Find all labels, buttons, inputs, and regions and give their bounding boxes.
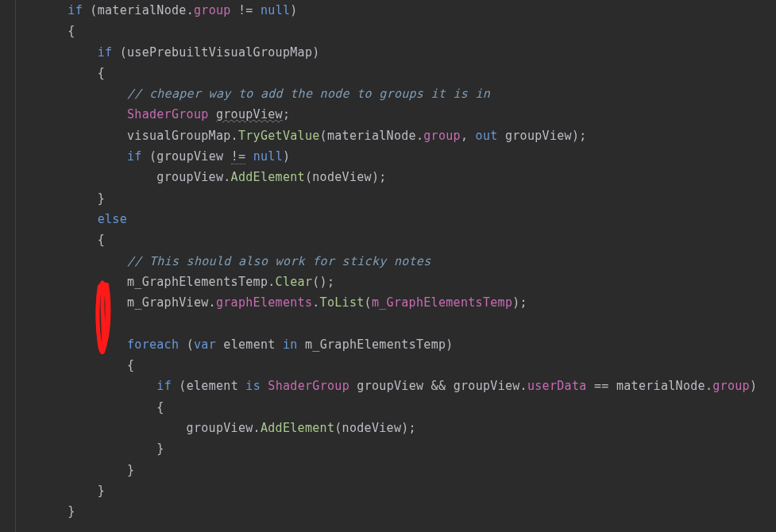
keyword-if: if xyxy=(98,45,113,60)
expr: (usePrebuiltVisualGroupMap) xyxy=(120,45,320,60)
var-graphview: m_GraphView xyxy=(127,295,209,310)
expr: == materialNode. xyxy=(594,379,712,393)
brace: } xyxy=(98,191,105,206)
punct: (materialNode. xyxy=(320,129,424,143)
editor-gutter xyxy=(0,0,16,532)
var-element: element xyxy=(223,337,275,352)
op: != xyxy=(231,149,246,164)
punct: ( xyxy=(365,295,372,310)
brace: { xyxy=(68,24,75,38)
punct: ); xyxy=(512,295,527,310)
keyword-else: else xyxy=(98,212,127,226)
punct: ; xyxy=(283,107,290,121)
expr: (element xyxy=(179,379,238,393)
expr: groupView. xyxy=(187,421,261,435)
keyword-if: if xyxy=(68,3,83,17)
punct: . xyxy=(312,295,319,310)
punct: ) xyxy=(283,149,290,164)
var-groupview: groupView xyxy=(216,107,283,121)
method-clear: Clear xyxy=(276,275,313,289)
expr: (nodeView); xyxy=(334,421,416,435)
punct: ) xyxy=(290,3,297,17)
brace: } xyxy=(156,441,164,456)
expr: groupView. xyxy=(156,170,230,184)
punct: . xyxy=(268,275,275,289)
keyword-foreach: foreach xyxy=(127,337,179,352)
punct: (); xyxy=(312,275,334,289)
field-group: group xyxy=(423,129,461,143)
comment: // cheaper way to add the node to groups… xyxy=(127,87,490,101)
field-group: group xyxy=(712,379,750,393)
brace: { xyxy=(98,66,105,80)
keyword-var: var xyxy=(194,337,216,352)
method-tolist: ToList xyxy=(320,295,365,310)
punct: ) xyxy=(750,379,757,393)
type-shadergroup: ShaderGroup xyxy=(268,379,349,393)
brace: } xyxy=(98,484,105,498)
expr: groupView); xyxy=(505,129,587,143)
method-addelement: AddElement xyxy=(261,421,334,435)
var-visualgroupmap: visualGroupMap xyxy=(127,129,231,143)
brace: { xyxy=(156,400,164,414)
op: != xyxy=(238,3,253,17)
field-userdata: userData xyxy=(527,379,587,393)
method-addelement: AddElement xyxy=(231,170,305,184)
null-literal: null xyxy=(261,3,290,17)
keyword-if: if xyxy=(127,149,142,164)
comment: // This should also work for sticky note… xyxy=(127,254,431,268)
brace: { xyxy=(98,233,105,247)
expr: groupView. xyxy=(454,379,527,393)
punct: ( xyxy=(187,337,194,352)
punct: (materialNode. xyxy=(90,3,194,17)
null-literal: null xyxy=(253,149,283,164)
code-editor-content[interactable]: if (materialNode.group != null) { if (us… xyxy=(0,0,776,522)
keyword-in: in xyxy=(283,337,298,352)
punct: . xyxy=(231,129,238,143)
punct: . xyxy=(209,295,216,310)
keyword-if: if xyxy=(156,379,172,393)
brace: { xyxy=(127,358,134,372)
type-shadergroup: ShaderGroup xyxy=(127,107,209,121)
expr: (nodeView); xyxy=(305,170,387,184)
arg-graphelemtemp: m_GraphElementsTemp xyxy=(372,295,512,310)
var-graphelemtemp: m_GraphElementsTemp xyxy=(127,275,268,289)
brace: } xyxy=(68,504,75,519)
keyword-is: is xyxy=(245,379,261,393)
field-graphelements: graphElements xyxy=(216,295,312,310)
method-trygetvalue: TryGetValue xyxy=(238,129,320,143)
keyword-out: out xyxy=(476,129,498,143)
expr: groupView && xyxy=(357,379,446,393)
var-graphelemtemp: m_GraphElementsTemp) xyxy=(305,337,454,352)
brace: } xyxy=(127,463,134,477)
punct: , xyxy=(461,129,468,143)
field-group: group xyxy=(194,3,231,17)
expr: (groupView xyxy=(149,149,223,164)
